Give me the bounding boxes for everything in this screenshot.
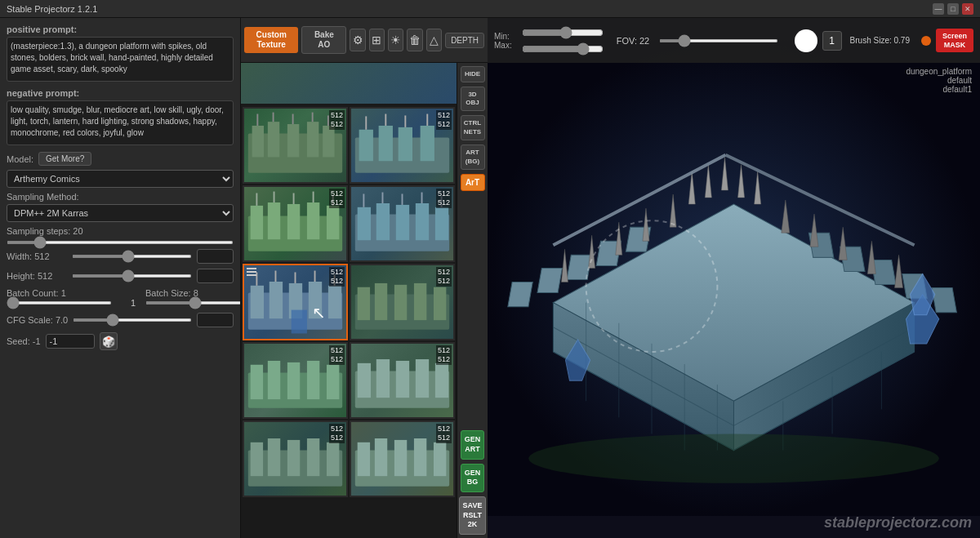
svg-rect-32 <box>358 207 371 240</box>
width-value[interactable]: 512 <box>197 249 234 264</box>
settings-icon-button[interactable]: ⚙ <box>350 29 365 51</box>
hide-button[interactable]: HIDE <box>461 66 485 82</box>
svg-rect-23 <box>287 204 300 239</box>
model-dropdown[interactable]: Arthemy Comics <box>7 170 234 188</box>
width-slider[interactable] <box>72 255 192 258</box>
seed-input[interactable]: -1 <box>46 334 95 349</box>
fov-slider[interactable] <box>659 39 777 42</box>
sampling-method-dropdown[interactable]: DPM++ 2M Karras <box>7 204 234 222</box>
ctrl-nets-button[interactable]: CTRLNETS <box>461 115 485 140</box>
batch-size-slider[interactable] <box>145 301 241 305</box>
randomize-seed-button[interactable]: 🎲 <box>100 332 118 350</box>
svg-rect-2 <box>268 122 279 157</box>
trash-icon-button[interactable]: 🗑 <box>407 29 422 51</box>
batch-count-slider[interactable] <box>7 301 112 305</box>
seed-label: Seed: -1 <box>7 336 41 346</box>
bake-ao-button[interactable]: Bake AO <box>301 26 346 54</box>
side-buttons-panel: HIDE 3D OBJ CTRLNETS ART(BG) ArT GENART … <box>457 63 488 538</box>
positive-prompt-box[interactable]: (masterpiece:1.3), a dungeon platform wi… <box>7 37 234 82</box>
svg-rect-77 <box>327 442 339 476</box>
app-title: Stable Projectorz 1.2.1 <box>7 4 97 14</box>
thumbnail-1[interactable]: 512512 <box>243 107 348 184</box>
thumbnail-2[interactable]: 512512 <box>350 107 455 184</box>
light-icon-button[interactable]: ☀ <box>388 29 403 51</box>
svg-rect-76 <box>307 438 319 476</box>
brush-size-info: Brush Size: 0.79 <box>850 36 910 45</box>
thumbnail-5[interactable]: ↖ 512512 <box>243 264 348 340</box>
art-button[interactable]: ArT <box>461 174 485 191</box>
svg-rect-62 <box>268 361 280 399</box>
close-button[interactable]: ✕ <box>962 3 973 15</box>
width-label: Width: 512 <box>7 251 67 261</box>
batch-row: Batch Count: 1 1 Batch Size: 8 8 <box>7 288 234 308</box>
model-dropdown-wrapper: Arthemy Comics <box>7 170 234 188</box>
depth-button[interactable]: DEPTH <box>445 33 484 48</box>
thumb-3-size: 512512 <box>329 189 345 208</box>
save-result-button[interactable]: SAVERSLT2K <box>459 496 487 535</box>
sampling-steps-slider[interactable] <box>7 241 234 244</box>
3d-obj-button[interactable]: 3D OBJ <box>461 87 485 112</box>
minimize-button[interactable]: — <box>933 3 944 15</box>
svg-rect-43 <box>251 286 264 318</box>
thumbnail-7[interactable]: 512512 <box>243 342 348 419</box>
svg-rect-14 <box>399 127 412 161</box>
svg-rect-53 <box>292 310 307 334</box>
brush-controls: 1 Brush Size: 0.79 ScreenMASK <box>795 29 973 53</box>
brush-size-label: Brush Size: 0.79 <box>850 36 910 45</box>
svg-rect-71 <box>435 363 448 398</box>
screen-mask-button[interactable]: ScreenMASK <box>936 29 973 53</box>
middle-section: Custom Texture Bake AO ⚙ ⊞ ☀ 🗑 △ DEPTH <box>241 18 488 538</box>
art-bg-button[interactable]: ART(BG) <box>461 145 485 170</box>
shape-icon-button[interactable]: △ <box>426 29 442 51</box>
svg-rect-109 <box>932 288 956 313</box>
gen-art-button[interactable]: GENART <box>461 430 485 459</box>
svg-rect-64 <box>307 361 319 399</box>
cfg-scale-label: CFG Scale: 7.0 <box>7 315 68 325</box>
min-slider[interactable] <box>522 26 604 39</box>
brush-circle-widget[interactable] <box>795 29 817 52</box>
layers-icon-button[interactable]: ⊞ <box>369 29 385 51</box>
material-1: default <box>906 76 972 85</box>
svg-rect-69 <box>396 361 409 398</box>
cfg-scale-slider[interactable] <box>73 318 192 322</box>
svg-rect-13 <box>379 126 393 161</box>
svg-rect-33 <box>376 203 390 240</box>
thumbnail-3[interactable]: 512512 <box>243 185 348 262</box>
thumbnails-section: 512512 <box>241 63 488 538</box>
positive-prompt-label: positive prompt: <box>7 24 234 34</box>
thumbnail-8[interactable]: 512512 <box>350 342 455 419</box>
thumbnail-10[interactable]: 512512 <box>350 420 455 497</box>
thumbnail-9[interactable]: 512512 <box>243 420 348 497</box>
batch-size-item: Batch Size: 8 8 <box>145 288 241 308</box>
height-label: Height: 512 <box>7 271 67 281</box>
svg-rect-55 <box>358 287 370 320</box>
negative-prompt-box[interactable]: low quality, smudge, blur, mediocre art,… <box>7 100 234 145</box>
banner-thumbnail[interactable] <box>241 63 457 104</box>
height-value[interactable]: 512 <box>197 269 234 283</box>
get-more-button[interactable]: Get More? <box>38 152 91 166</box>
thumbnail-6[interactable]: 512512 <box>350 264 455 340</box>
model-row: Model: Get More? <box>7 152 234 166</box>
cfg-scale-value[interactable]: 7.0 <box>197 313 234 327</box>
svg-rect-3 <box>287 124 299 157</box>
cfg-scale-row: CFG Scale: 7.0 7.0 <box>7 313 234 327</box>
height-slider[interactable] <box>72 274 192 278</box>
svg-rect-12 <box>359 130 373 161</box>
sampling-method-wrapper: DPM++ 2M Karras <box>7 204 234 222</box>
svg-rect-56 <box>375 283 387 320</box>
main-layout: positive prompt: (masterpiece:1.3), a du… <box>0 18 980 538</box>
brush-number-widget[interactable]: 1 <box>822 31 842 51</box>
custom-texture-button[interactable]: Custom Texture <box>244 27 298 53</box>
3d-viewport[interactable]: Min: Max: FOV: 22 1 Brush Size: 0.79 Scr… <box>488 18 980 538</box>
window-controls: — □ ✕ <box>933 3 973 15</box>
svg-rect-68 <box>376 359 390 398</box>
max-slider[interactable] <box>522 42 604 56</box>
svg-rect-21 <box>251 206 263 239</box>
width-row: Width: 512 512 <box>7 249 234 264</box>
thumbnails-grid: 512512 <box>241 63 457 538</box>
thumbnail-4[interactable]: 512512 <box>350 185 455 262</box>
gen-bg-button[interactable]: GENBG <box>461 464 485 492</box>
minmax-sliders <box>522 26 604 56</box>
titlebar: Stable Projectorz 1.2.1 — □ ✕ <box>0 0 980 18</box>
maximize-button[interactable]: □ <box>947 3 959 15</box>
